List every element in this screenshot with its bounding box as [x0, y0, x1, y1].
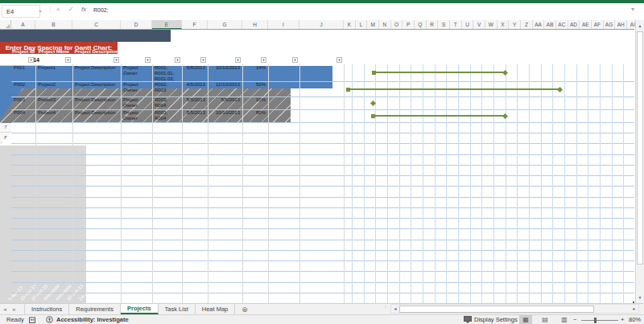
vertical-scroll-thumb[interactable] — [637, 31, 643, 265]
column-header-V[interactable]: V — [473, 20, 485, 29]
macro-record-icon[interactable] — [29, 315, 35, 324]
column-header-C[interactable]: C — [72, 20, 121, 29]
column-header-N[interactable]: N — [379, 20, 391, 29]
column-header-K[interactable]: K — [344, 20, 356, 29]
filter-button-I[interactable]: ▼ — [292, 57, 298, 63]
filter-button-C[interactable]: ▼ — [114, 57, 119, 63]
cell-C6[interactable]: Project Description — [72, 110, 118, 121]
column-header-O[interactable]: O — [391, 20, 403, 29]
gantt-end-marker-P004[interactable] — [502, 113, 507, 118]
cell-H4[interactable]: 50% — [242, 82, 266, 96]
column-header-H[interactable]: H — [242, 20, 268, 29]
sheet-tab-task-list[interactable]: Task List — [159, 304, 196, 314]
cell-C5[interactable]: Project Description — [72, 97, 118, 109]
cell-H5[interactable]: 10% — [242, 97, 266, 109]
cell-F3[interactable]: 5/8/2013 — [182, 65, 205, 80]
cell-C4[interactable]: Project Description — [72, 82, 118, 96]
column-header-AG[interactable]: AG — [604, 20, 616, 29]
cell-G5[interactable]: 5/5/2013 — [208, 97, 240, 109]
cell-G6[interactable]: 10/10/2013 — [208, 110, 240, 121]
cancel-icon[interactable]: × — [53, 6, 63, 13]
column-header-Y[interactable]: Y — [509, 20, 521, 29]
scroll-right-icon[interactable]: ► — [631, 305, 638, 313]
gantt-start-marker-P002[interactable] — [346, 88, 350, 92]
column-header-M[interactable]: M — [367, 20, 379, 29]
gantt-start-marker-P004[interactable] — [371, 114, 375, 118]
column-headers[interactable]: ABCDEFGHIJKLMNOPQRSTUVWXYZAAABACADAEAFAG… — [0, 20, 634, 30]
sheet-tab-heat-map[interactable]: Heat Map — [196, 304, 236, 314]
gantt-end-marker-P002[interactable] — [556, 86, 562, 92]
formula-bar-expand-icon[interactable]: ▾ — [628, 6, 638, 13]
zoom-in-button[interactable]: + — [621, 315, 624, 324]
column-header-AC[interactable]: AC — [556, 20, 568, 29]
cell-H6[interactable]: 80% — [242, 110, 266, 121]
gantt-bar-P004[interactable] — [373, 115, 505, 117]
cell-D5[interactable]: Project Owner — [121, 97, 150, 109]
column-header-I[interactable]: I — [268, 20, 299, 29]
column-header-T[interactable]: T — [450, 20, 462, 29]
sheet-grid[interactable]: Enter Day Spacing for Gantt Chart:141-Ap… — [0, 30, 634, 303]
filter-button-A[interactable]: ▼ — [28, 57, 34, 63]
cell-F5[interactable]: 5/5/2013 — [182, 97, 205, 109]
cell-B3[interactable]: Project1 — [35, 65, 70, 80]
column-header-J[interactable]: J — [299, 20, 344, 29]
cell-G4[interactable]: 12/10/2013 — [208, 82, 240, 96]
column-header-W[interactable]: W — [485, 20, 497, 29]
cell-H3[interactable]: 14% — [242, 65, 266, 80]
cell-A6[interactable]: P004 — [11, 110, 33, 121]
gantt-bar-P001[interactable] — [374, 72, 505, 73]
cell-A4[interactable]: P002 — [11, 82, 33, 96]
filter-button-E[interactable]: ▼ — [175, 57, 180, 63]
filter-button-J[interactable]: ▼ — [336, 57, 342, 63]
zoom-slider-track[interactable] — [581, 320, 618, 321]
select-all-button[interactable] — [0, 20, 11, 30]
column-header-L[interactable]: L — [356, 20, 368, 29]
horizontal-scrollbar[interactable]: ◄ ► — [390, 304, 639, 314]
cell-D3[interactable]: Project Owner — [121, 65, 150, 80]
filter-button-H[interactable]: ▼ — [261, 57, 266, 63]
zoom-level[interactable]: 80% — [629, 315, 641, 324]
column-header-Q[interactable]: Q — [415, 20, 427, 29]
column-header-A[interactable]: A — [11, 20, 35, 29]
name-box-dropdown-icon[interactable]: ▾ — [35, 8, 45, 14]
zoom-slider-thumb[interactable] — [594, 318, 597, 323]
column-header-AA[interactable]: AA — [533, 20, 545, 29]
cell-C3[interactable]: Project Description — [72, 65, 118, 80]
cell-B6[interactable]: Project4 — [35, 110, 70, 121]
cell-F4[interactable]: 4/5/2013 — [182, 82, 205, 96]
tab-scroll-left-icon[interactable]: ◄ — [0, 304, 10, 314]
cell-F6[interactable]: 5/5/2013 — [182, 110, 205, 121]
column-header-B[interactable]: B — [35, 20, 72, 29]
cell-E6[interactable]: R003; R004 — [152, 110, 180, 121]
vertical-scrollbar[interactable]: ▲ ▼ — [635, 20, 644, 303]
cell-B4[interactable]: Project2 — [35, 82, 70, 96]
column-header-S[interactable]: S — [438, 20, 450, 29]
gantt-start-marker-P001[interactable] — [372, 71, 376, 75]
filter-button-F[interactable]: ▼ — [200, 57, 206, 63]
cell-G3[interactable]: 10/10/2013 — [208, 65, 240, 80]
scroll-up-icon[interactable]: ▲ — [636, 22, 644, 30]
column-header-F[interactable]: F — [182, 20, 208, 29]
sheet-tab-projects[interactable]: Projects — [121, 304, 159, 314]
column-header-G[interactable]: G — [208, 20, 242, 29]
cell-A5[interactable]: P003 — [11, 97, 33, 109]
cell-B5[interactable]: Project3 — [35, 97, 70, 109]
column-header-R[interactable]: R — [427, 20, 439, 29]
tab-splitter-handle[interactable]: ⁞ — [385, 305, 386, 310]
column-header-AB[interactable]: AB — [544, 20, 556, 29]
name-box[interactable]: E4 — [2, 5, 40, 18]
zoom-out-button[interactable]: − — [573, 315, 576, 324]
gantt-end-marker-P001[interactable] — [502, 69, 507, 75]
filter-button-B[interactable]: ▼ — [65, 57, 71, 63]
enter-icon[interactable]: ✓ — [66, 6, 76, 13]
column-header-Z[interactable]: Z — [521, 20, 533, 29]
sheet-tab-requirements[interactable]: Requirements — [69, 304, 121, 314]
tab-scroll-right-icon[interactable]: ► — [10, 304, 19, 314]
cell-D6[interactable]: Project Owner — [121, 110, 150, 121]
page-layout-view-button[interactable]: ▤ — [539, 315, 551, 324]
cell-E5[interactable]: R003; R004 — [152, 97, 180, 109]
cell-E3[interactable]: R001; R001.01; R001.03; — [152, 65, 180, 80]
cell-E4[interactable]: R002; R003 — [152, 82, 180, 96]
column-header-AE[interactable]: AE — [580, 20, 592, 29]
normal-view-button[interactable]: ▦ — [519, 315, 532, 324]
